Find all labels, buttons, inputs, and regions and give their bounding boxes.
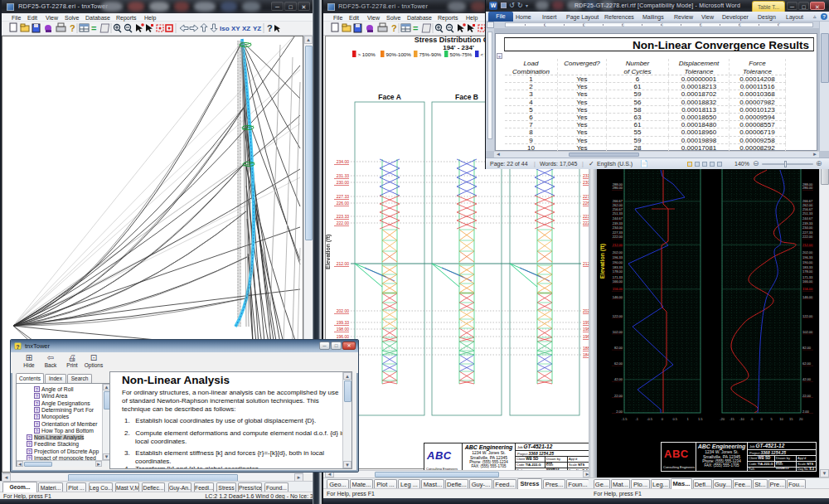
svg-text:286.00: 286.00: [802, 186, 813, 190]
svg-text:122.00: 122.00: [613, 314, 623, 318]
svg-text:212.00: 212.00: [337, 261, 350, 266]
svg-text:251.33: 251.33: [613, 211, 623, 216]
svg-text:234.00: 234.00: [802, 225, 813, 230]
svg-text:196.33: 196.33: [802, 255, 813, 259]
svg-text:20: 20: [799, 417, 803, 421]
svg-text:226.00: 226.00: [337, 201, 350, 206]
svg-text:156.00: 156.00: [613, 287, 623, 291]
svg-text:82.00: 82.00: [614, 346, 623, 350]
svg-text:212.00: 212.00: [613, 243, 623, 247]
svg-text:22.00: 22.00: [614, 394, 623, 398]
svg-text:0: 0: [662, 417, 664, 421]
svg-text:166.00: 166.00: [802, 279, 813, 284]
svg-text:Face A: Face A: [378, 93, 401, 101]
svg-text:227.33: 227.33: [337, 194, 350, 199]
svg-text:234.00: 234.00: [337, 159, 350, 164]
svg-text:10: 10: [779, 417, 783, 421]
svg-text:Elevation (ft): Elevation (ft): [599, 244, 606, 279]
svg-text:=: =: [413, 23, 418, 33]
svg-text:90%-100%: 90%-100%: [386, 51, 412, 57]
svg-text:?: ?: [391, 23, 397, 33]
svg-text:0: 0: [760, 417, 763, 421]
svg-text:-0.5: -0.5: [647, 417, 653, 421]
svg-text:286.00: 286.00: [613, 186, 623, 190]
svg-text:42.00: 42.00: [802, 377, 812, 381]
svg-text:2.00: 2.00: [802, 410, 810, 414]
svg-text:223.33: 223.33: [337, 214, 350, 219]
svg-text:156.00: 156.00: [802, 287, 813, 291]
svg-text:212.00: 212.00: [802, 243, 813, 247]
svg-text:0.5: 0.5: [672, 417, 677, 421]
svg-text:2.00: 2.00: [616, 410, 623, 414]
svg-text:Face B: Face B: [455, 93, 478, 101]
svg-text:82.00: 82.00: [802, 346, 812, 350]
svg-text:102.00: 102.00: [802, 330, 813, 334]
svg-text:166.00: 166.00: [613, 279, 623, 284]
svg-text:222.00: 222.00: [802, 235, 813, 239]
svg-text:62.00: 62.00: [802, 361, 812, 366]
svg-text:50%-75%: 50%-75%: [450, 51, 473, 57]
svg-text:22.00: 22.00: [802, 394, 812, 398]
svg-text:146.00: 146.00: [613, 295, 623, 299]
svg-text:198.00: 198.00: [337, 327, 350, 332]
svg-text:251.33: 251.33: [802, 211, 813, 216]
svg-text:5: 5: [770, 417, 773, 421]
svg-text:146.00: 146.00: [802, 295, 813, 299]
svg-text:> 100%: > 100%: [358, 51, 376, 57]
svg-text:222.00: 222.00: [337, 220, 350, 225]
svg-text:231.33: 231.33: [337, 173, 350, 178]
svg-text:190.00: 190.00: [802, 260, 813, 264]
svg-text:-1: -1: [636, 417, 639, 421]
svg-text:234.00: 234.00: [613, 225, 623, 230]
svg-text:194' - 234': 194' - 234': [443, 44, 474, 51]
svg-text:202.00: 202.00: [613, 250, 623, 254]
svg-text:-15: -15: [730, 417, 735, 421]
svg-text:202.00: 202.00: [802, 250, 813, 254]
svg-text:178.00: 178.00: [613, 269, 623, 274]
svg-text:-5: -5: [750, 417, 754, 421]
svg-text:42.00: 42.00: [614, 377, 623, 381]
svg-text:178.00: 178.00: [802, 269, 813, 274]
svg-text:230.00: 230.00: [337, 180, 350, 185]
svg-text:1.5: 1.5: [698, 417, 703, 421]
svg-text:190.00: 190.00: [613, 260, 623, 264]
svg-text:122.00: 122.00: [802, 314, 813, 318]
svg-text:102.00: 102.00: [613, 330, 623, 334]
svg-text:-1.5: -1.5: [622, 417, 628, 421]
svg-text:222.00: 222.00: [613, 235, 623, 239]
svg-text:-10: -10: [739, 417, 745, 421]
svg-text:1: 1: [686, 417, 689, 421]
svg-text:196.33: 196.33: [613, 255, 623, 259]
svg-text:62.00: 62.00: [614, 361, 623, 366]
svg-text:199.33: 199.33: [337, 320, 350, 325]
svg-text:-20: -20: [720, 417, 725, 421]
svg-text:202.00: 202.00: [337, 308, 350, 313]
svg-text:75%-90%: 75%-90%: [419, 51, 442, 57]
svg-text:15: 15: [789, 417, 793, 421]
